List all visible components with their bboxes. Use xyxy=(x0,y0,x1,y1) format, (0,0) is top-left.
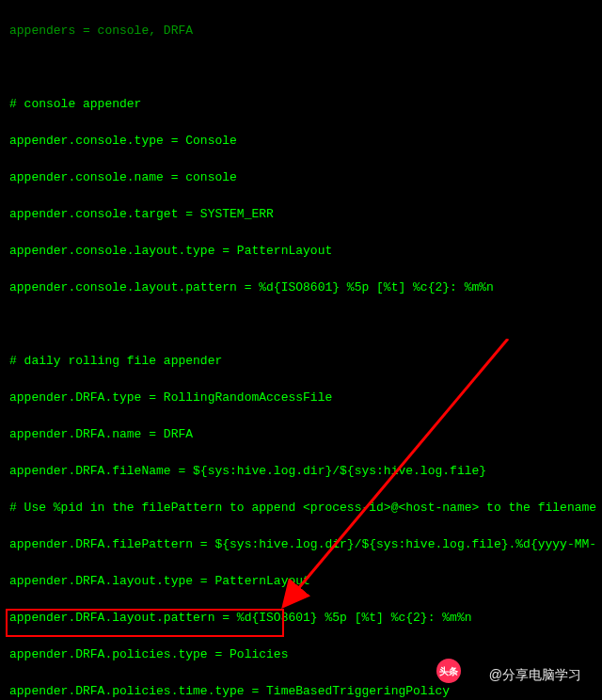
config-line: appender.DRFA.layout.pattern = %d{ISO860… xyxy=(9,612,602,624)
config-line: appender.DRFA.policies.time.type = TimeB… xyxy=(9,685,602,697)
config-line: # console appender xyxy=(9,98,602,110)
config-line: appender.DRFA.type = RollingRandomAccess… xyxy=(9,391,602,404)
toutiao-logo-icon: 头条 xyxy=(436,659,461,683)
config-line: appender.DRFA.fileName = ${sys:hive.log.… xyxy=(9,465,602,477)
watermark-badge: 头条 xyxy=(436,659,461,683)
config-line: appender.DRFA.policies.type = Policies xyxy=(9,648,602,660)
config-line: appender.console.type = Console xyxy=(9,135,602,147)
config-line: appenders = console, DRFA xyxy=(9,24,602,37)
config-line: appender.console.target = SYSTEM_ERR xyxy=(9,208,602,220)
watermark-badge-text: 头条 xyxy=(439,665,458,677)
config-line: appender.DRFA.name = DRFA xyxy=(9,428,602,440)
blank-line xyxy=(9,318,602,330)
terminal-window[interactable]: appenders = console, DRFA # console appe… xyxy=(0,0,602,700)
watermark-text: @分享电脑学习 xyxy=(489,669,581,681)
config-line: appender.console.layout.type = PatternLa… xyxy=(9,245,602,257)
config-line: # Use %pid in the filePattern to append … xyxy=(9,501,602,514)
blank-line xyxy=(9,61,602,73)
config-line: appender.DRFA.layout.type = PatternLayou… xyxy=(9,575,602,587)
config-line: appender.console.layout.pattern = %d{ISO… xyxy=(9,281,602,294)
config-line: appender.DRFA.filePattern = ${sys:hive.l… xyxy=(9,538,602,550)
config-line: # daily rolling file appender xyxy=(9,355,602,367)
config-line: appender.console.name = console xyxy=(9,171,602,183)
